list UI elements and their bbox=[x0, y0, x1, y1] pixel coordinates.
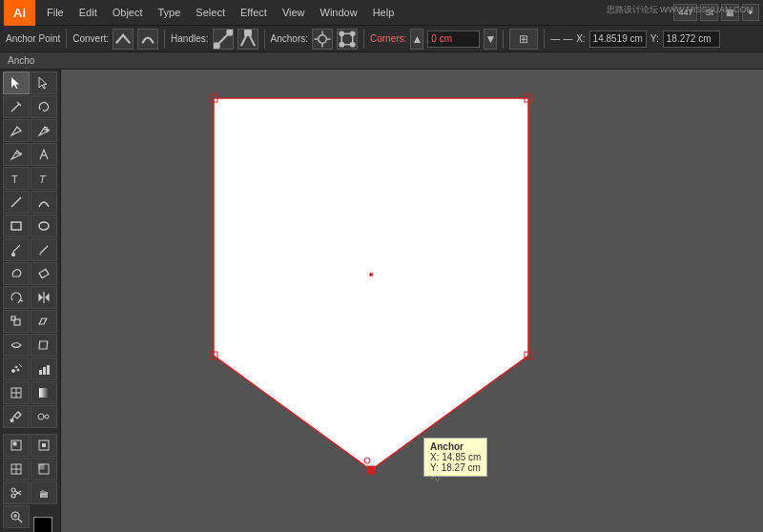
handles-label: Handles: bbox=[171, 33, 208, 44]
svg-rect-31 bbox=[39, 269, 49, 277]
svg-marker-73 bbox=[431, 465, 442, 481]
svg-point-2 bbox=[227, 30, 233, 35]
svg-marker-17 bbox=[39, 77, 47, 89]
tool-type[interactable]: T bbox=[3, 167, 30, 190]
svg-point-64 bbox=[11, 488, 15, 492]
tool-line[interactable] bbox=[3, 191, 30, 214]
svg-rect-68 bbox=[40, 494, 48, 498]
tool-pen[interactable] bbox=[3, 119, 30, 142]
tool-add-anchor[interactable] bbox=[31, 119, 57, 142]
svg-rect-43 bbox=[43, 367, 46, 375]
tool-slice[interactable] bbox=[3, 458, 30, 481]
tool-rect[interactable] bbox=[3, 215, 30, 237]
tool-lasso[interactable] bbox=[31, 95, 57, 118]
background-color-swatch[interactable] bbox=[33, 517, 52, 532]
tool-hand[interactable] bbox=[31, 481, 57, 504]
svg-point-12 bbox=[340, 31, 343, 35]
handles-btn-1[interactable] bbox=[213, 29, 234, 50]
svg-rect-26 bbox=[11, 222, 21, 230]
menu-edit[interactable]: Edit bbox=[72, 0, 105, 26]
left-toolbar: T T bbox=[0, 70, 61, 532]
tool-live-paint-select[interactable] bbox=[31, 434, 57, 457]
x-value: 14.8519 cm bbox=[589, 31, 647, 48]
svg-point-53 bbox=[45, 415, 49, 419]
tool-eraser[interactable] bbox=[31, 262, 57, 285]
menu-bar: Ai File Edit Object Type Select Effect V… bbox=[0, 0, 763, 26]
tool-free-transform[interactable] bbox=[31, 334, 57, 357]
sep1 bbox=[66, 30, 67, 49]
tool-blob-brush[interactable] bbox=[3, 262, 30, 285]
tool-mesh[interactable] bbox=[3, 381, 30, 404]
transform-btn[interactable]: ⊞ bbox=[509, 29, 538, 50]
menu-file[interactable]: File bbox=[39, 0, 72, 26]
svg-point-1 bbox=[214, 43, 219, 49]
svg-marker-30 bbox=[39, 254, 41, 256]
svg-marker-37 bbox=[39, 318, 47, 324]
tool-ellipse[interactable] bbox=[31, 215, 57, 237]
convert-label: Convert: bbox=[72, 33, 109, 44]
svg-point-27 bbox=[39, 222, 49, 230]
svg-line-18 bbox=[11, 104, 19, 112]
menu-type[interactable]: Type bbox=[151, 0, 189, 26]
sep4 bbox=[363, 30, 364, 49]
canvas-area[interactable]: Anchor X: 14.85 cm Y: 18.27 cm bbox=[61, 70, 763, 532]
svg-line-25 bbox=[11, 197, 21, 207]
tool-symbol-spray[interactable] bbox=[3, 358, 30, 380]
menu-object[interactable]: Object bbox=[105, 0, 151, 26]
menu-effect[interactable]: Effect bbox=[233, 0, 275, 26]
tool-magic-wand[interactable] bbox=[3, 95, 30, 118]
anchors-btn-2[interactable] bbox=[337, 29, 358, 50]
svg-rect-42 bbox=[39, 370, 42, 375]
corners-down-btn[interactable]: ▼ bbox=[484, 29, 497, 50]
svg-text:T: T bbox=[39, 174, 47, 185]
svg-rect-5 bbox=[245, 30, 251, 35]
tool-scale[interactable] bbox=[3, 310, 30, 333]
shape-polygon[interactable] bbox=[214, 98, 528, 470]
watermark: 思路设计论坛 WWW.MISSYUAN.COM bbox=[607, 4, 754, 16]
tool-zoom[interactable] bbox=[3, 505, 30, 528]
convert-btn-2[interactable] bbox=[137, 29, 158, 50]
svg-point-13 bbox=[351, 31, 355, 35]
tool-live-paint[interactable] bbox=[3, 434, 30, 457]
menu-view[interactable]: View bbox=[275, 0, 313, 26]
svg-rect-48 bbox=[39, 388, 49, 398]
svg-rect-44 bbox=[47, 365, 50, 375]
tool-convert-anchor[interactable] bbox=[31, 143, 57, 166]
svg-marker-16 bbox=[11, 77, 19, 89]
svg-marker-33 bbox=[39, 295, 42, 300]
svg-line-29 bbox=[40, 246, 48, 254]
svg-point-52 bbox=[38, 414, 44, 419]
tool-scissors[interactable] bbox=[3, 481, 30, 504]
corners-up-btn[interactable]: ▲ bbox=[410, 29, 423, 50]
tool-arc[interactable] bbox=[31, 191, 57, 214]
svg-point-28 bbox=[12, 254, 15, 256]
menu-help[interactable]: Help bbox=[365, 0, 402, 26]
sep3 bbox=[264, 30, 265, 49]
tool-paintbrush[interactable] bbox=[3, 238, 30, 261]
anchor-bottom[interactable] bbox=[367, 466, 375, 474]
svg-rect-56 bbox=[13, 442, 16, 445]
handles-btn-2[interactable] bbox=[237, 29, 258, 50]
tool-delete-anchor[interactable] bbox=[3, 143, 30, 166]
tool-eyedropper[interactable] bbox=[3, 405, 30, 428]
tool-slice-select[interactable] bbox=[31, 458, 57, 481]
sep5 bbox=[503, 30, 504, 49]
tool-direct-select[interactable] bbox=[31, 72, 57, 94]
menu-select[interactable]: Select bbox=[188, 0, 233, 26]
tool-touch-type[interactable]: T bbox=[31, 167, 57, 190]
tool-reflect[interactable] bbox=[31, 286, 57, 309]
menu-window[interactable]: Window bbox=[313, 0, 365, 26]
corners-input[interactable]: 0 cm bbox=[427, 31, 480, 48]
tool-shear[interactable] bbox=[31, 310, 57, 333]
tool-blend[interactable] bbox=[31, 405, 57, 428]
tool-pencil[interactable] bbox=[31, 238, 57, 261]
svg-text:T: T bbox=[11, 174, 18, 185]
tool-rotate[interactable] bbox=[3, 286, 30, 309]
tool-gradient[interactable] bbox=[31, 381, 57, 404]
tool-column-graph[interactable] bbox=[31, 358, 57, 380]
shape-center-dot bbox=[369, 273, 373, 276]
tool-select[interactable] bbox=[3, 72, 30, 94]
tool-width[interactable] bbox=[3, 334, 30, 357]
anchors-btn-1[interactable] bbox=[312, 29, 333, 50]
convert-btn-1[interactable] bbox=[113, 29, 134, 50]
